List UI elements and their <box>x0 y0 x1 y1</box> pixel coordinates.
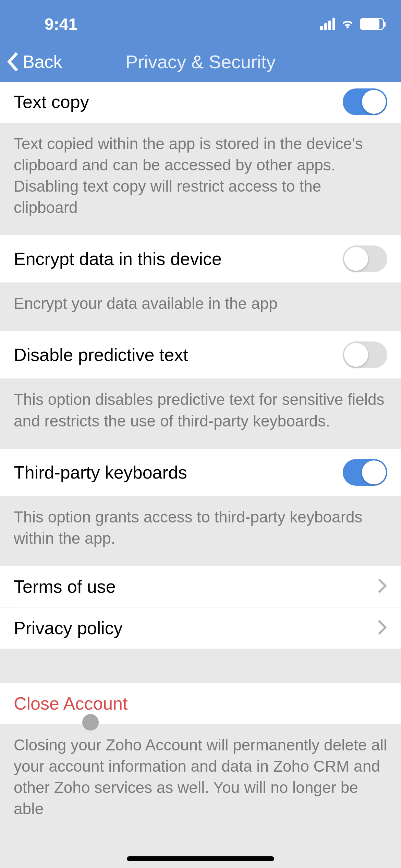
row-text-copy[interactable]: Text copy <box>0 82 401 123</box>
text-copy-footer: Text copied within the app is stored in … <box>0 123 401 235</box>
status-bar: 9:41 <box>0 0 401 41</box>
screen: 9:41 Back Privacy & Security Text copy T… <box>0 0 401 868</box>
encrypt-toggle[interactable] <box>343 245 387 272</box>
touch-indicator <box>82 714 99 731</box>
row-third-party[interactable]: Third-party keyboards <box>0 449 401 496</box>
terms-label: Terms of use <box>14 576 116 597</box>
status-icons <box>320 16 384 32</box>
close-account-label: Close Account <box>14 693 127 714</box>
wifi-icon <box>340 16 355 32</box>
text-copy-toggle[interactable] <box>343 88 387 115</box>
row-encrypt[interactable]: Encrypt data in this device <box>0 235 401 282</box>
predictive-footer: This option disables predictive text for… <box>0 378 401 448</box>
battery-icon <box>360 18 384 30</box>
back-button[interactable]: Back <box>7 51 62 72</box>
close-account-footer: Closing your Zoho Account will permanent… <box>0 724 401 836</box>
predictive-toggle[interactable] <box>343 341 387 368</box>
status-time: 9:41 <box>17 15 77 34</box>
third-party-label: Third-party keyboards <box>14 462 187 483</box>
text-copy-label: Text copy <box>14 92 89 112</box>
third-party-footer: This option grants access to third-party… <box>0 496 401 566</box>
third-party-toggle[interactable] <box>343 459 387 486</box>
privacy-label: Privacy policy <box>14 618 123 638</box>
chevron-left-icon <box>7 52 19 71</box>
chevron-right-icon <box>377 578 387 595</box>
content: Text copy Text copied within the app is … <box>0 82 401 868</box>
encrypt-label: Encrypt data in this device <box>14 249 222 269</box>
cellular-icon <box>320 18 335 30</box>
row-privacy[interactable]: Privacy policy <box>0 607 401 649</box>
home-indicator[interactable] <box>127 856 274 861</box>
nav-bar: Back Privacy & Security <box>0 41 401 82</box>
predictive-label: Disable predictive text <box>14 345 188 365</box>
row-terms[interactable]: Terms of use <box>0 566 401 607</box>
row-predictive[interactable]: Disable predictive text <box>0 331 401 378</box>
back-label: Back <box>23 51 62 72</box>
encrypt-footer: Encrypt your data available in the app <box>0 282 401 331</box>
spacer <box>0 649 401 683</box>
chevron-right-icon <box>377 619 387 637</box>
header: 9:41 Back Privacy & Security <box>0 0 401 82</box>
row-close-account[interactable]: Close Account <box>0 683 401 724</box>
